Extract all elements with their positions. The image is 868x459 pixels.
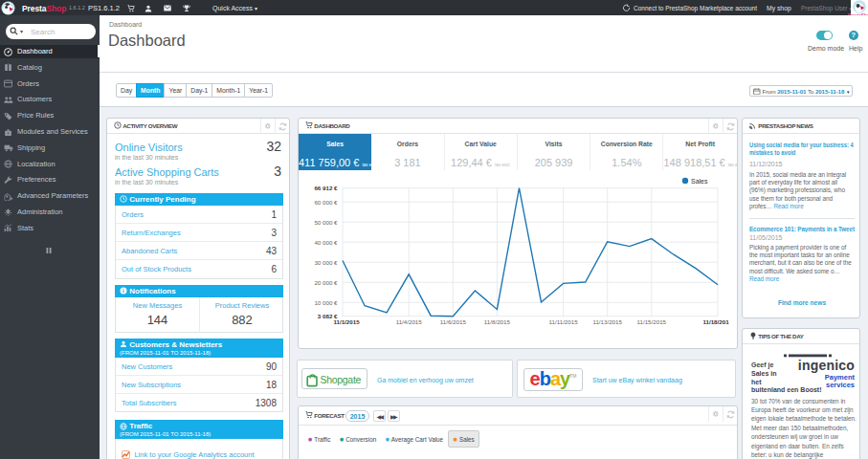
- svg-text:11/13/2015: 11/13/2015: [592, 318, 622, 325]
- svg-text:30 000 €: 30 000 €: [314, 259, 338, 266]
- svg-text:Sales: Sales: [691, 178, 708, 185]
- svg-text:11/15/2015: 11/15/2015: [637, 318, 667, 325]
- svg-text:11/18/201: 11/18/201: [702, 318, 729, 325]
- svg-text:40 000 €: 40 000 €: [314, 239, 338, 246]
- svg-text:60 000 €: 60 000 €: [314, 199, 338, 206]
- svg-text:11/6/2015: 11/6/2015: [440, 318, 467, 325]
- svg-text:66 912 €: 66 912 €: [314, 185, 338, 191]
- svg-text:20 000 €: 20 000 €: [314, 279, 338, 286]
- svg-text:50 000 €: 50 000 €: [314, 219, 338, 226]
- svg-text:11/4/2015: 11/4/2015: [396, 318, 423, 325]
- svg-text:10 000 €: 10 000 €: [314, 299, 338, 306]
- svg-text:11/8/2015: 11/8/2015: [484, 318, 511, 325]
- svg-text:11/1/2015: 11/1/2015: [333, 318, 360, 325]
- svg-text:11/11/2015: 11/11/2015: [549, 318, 579, 325]
